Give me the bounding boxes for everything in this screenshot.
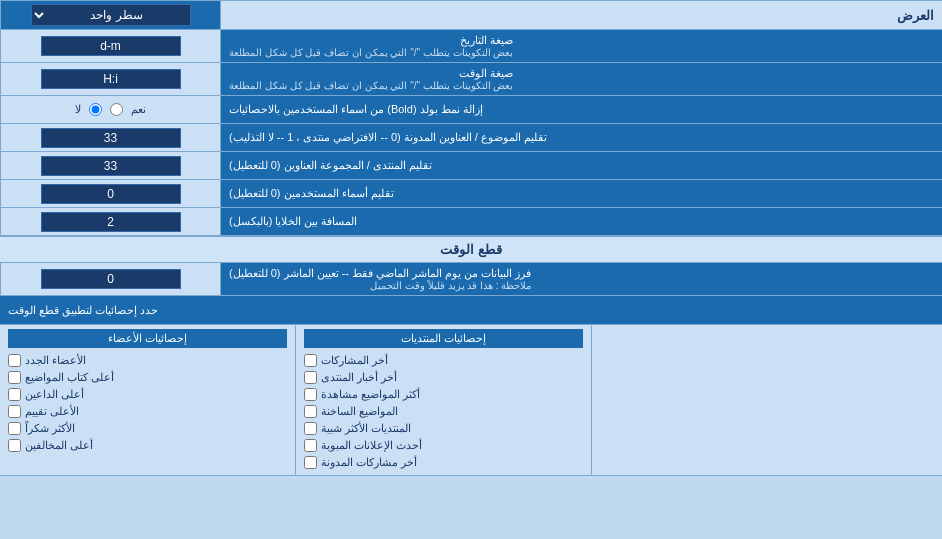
col2-header: إحصائيات المنتديات bbox=[304, 329, 583, 348]
forum-titles-input-cell bbox=[0, 152, 220, 179]
time-format-row: صيغة الوقت بعض التكوينات يتطلب "/" التي … bbox=[0, 63, 942, 96]
bold-remove-label: إزالة نمط بولد (Bold) من اسماء المستخدمي… bbox=[220, 96, 942, 123]
lines-dropdown[interactable]: سطر واحد bbox=[31, 4, 191, 26]
checkbox-top-violators[interactable] bbox=[8, 439, 21, 452]
subject-titles-input[interactable] bbox=[41, 128, 181, 148]
bold-radio-group: نعم لا bbox=[67, 103, 154, 116]
bold-remove-row: إزالة نمط بولد (Bold) من اسماء المستخدمي… bbox=[0, 96, 942, 124]
date-format-input[interactable] bbox=[41, 36, 181, 56]
usernames-row: تقليم أسماء المستخدمين (0 للتعطيل) bbox=[0, 180, 942, 208]
checkbox-item: أخر أخبار المنتدى bbox=[304, 369, 583, 386]
date-format-label: صيغة التاريخ بعض التكوينات يتطلب "/" الت… bbox=[220, 30, 942, 62]
checkbox-top-inviters[interactable] bbox=[8, 388, 21, 401]
subject-titles-label: تقليم الموضوع / العناوين المدونة (0 -- ا… bbox=[220, 124, 942, 151]
checkbox-item: أعلى الداعين bbox=[8, 386, 287, 403]
cell-spacing-row: المسافة بين الخلايا (بالبكسل) bbox=[0, 208, 942, 236]
limit-label: حدد إحصائيات لتطبيق قطع الوقت bbox=[0, 296, 942, 324]
forum-titles-input[interactable] bbox=[41, 156, 181, 176]
date-format-row: صيغة التاريخ بعض التكوينات يتطلب "/" الت… bbox=[0, 30, 942, 63]
checkbox-item: أخر مشاركات المدونة bbox=[304, 454, 583, 471]
checkbox-forum-news[interactable] bbox=[304, 371, 317, 384]
radio-no[interactable] bbox=[89, 103, 102, 116]
checkbox-item: الأكثر شكراً bbox=[8, 420, 287, 437]
checkbox-item: الأعضاء الجدد bbox=[8, 352, 287, 369]
checkbox-most-thanked[interactable] bbox=[8, 422, 21, 435]
time-format-input-cell bbox=[0, 63, 220, 95]
limit-row: حدد إحصائيات لتطبيق قطع الوقت bbox=[0, 296, 942, 325]
radio-yes[interactable] bbox=[110, 103, 123, 116]
usernames-input[interactable] bbox=[41, 184, 181, 204]
cell-spacing-input[interactable] bbox=[41, 212, 181, 232]
cutoff-row: فرز البيانات من يوم الماشر الماضي فقط --… bbox=[0, 263, 942, 296]
checkbox-most-viewed[interactable] bbox=[304, 388, 317, 401]
checkbox-blog-posts[interactable] bbox=[304, 456, 317, 469]
date-format-input-cell bbox=[0, 30, 220, 62]
forum-titles-row: تقليم المنتدى / المجموعة العناوين (0 للت… bbox=[0, 152, 942, 180]
cutoff-label: فرز البيانات من يوم الماشر الماضي فقط --… bbox=[220, 263, 942, 295]
checkbox-item: أعلى المخالفين bbox=[8, 437, 287, 454]
cell-spacing-input-cell bbox=[0, 208, 220, 235]
bold-remove-input-cell: نعم لا bbox=[0, 96, 220, 123]
time-format-input[interactable] bbox=[41, 69, 181, 89]
checkbox-item: أعلى كتاب المواضيع bbox=[8, 369, 287, 386]
cutoff-input-cell bbox=[0, 263, 220, 295]
radio-yes-label: نعم bbox=[131, 103, 146, 116]
col1-header: إحصائيات الأعضاء bbox=[8, 329, 287, 348]
subject-titles-row: تقليم الموضوع / العناوين المدونة (0 -- ا… bbox=[0, 124, 942, 152]
cutoff-section-header: قطع الوقت bbox=[0, 236, 942, 263]
subject-titles-input-cell bbox=[0, 124, 220, 151]
checkboxes-col-empty bbox=[591, 325, 943, 475]
checkbox-popular-forums[interactable] bbox=[304, 422, 317, 435]
checkboxes-col-members: إحصائيات الأعضاء الأعضاء الجدد أعلى كتاب… bbox=[0, 325, 295, 475]
checkbox-highest-rated[interactable] bbox=[8, 405, 21, 418]
dropdown-cell[interactable]: سطر واحد bbox=[0, 1, 220, 29]
checkboxes-section: إحصائيات المنتديات أخر المشاركات أخر أخب… bbox=[0, 325, 942, 476]
cell-spacing-label: المسافة بين الخلايا (بالبكسل) bbox=[220, 208, 942, 235]
checkbox-item: أحدث الإعلانات المبوبة bbox=[304, 437, 583, 454]
checkbox-top-posters[interactable] bbox=[8, 371, 21, 384]
checkbox-item: الأعلى تقييم bbox=[8, 403, 287, 420]
cutoff-input[interactable] bbox=[41, 269, 181, 289]
usernames-input-cell bbox=[0, 180, 220, 207]
checkbox-new-members[interactable] bbox=[8, 354, 21, 367]
time-format-label: صيغة الوقت بعض التكوينات يتطلب "/" التي … bbox=[220, 63, 942, 95]
checkbox-item: المواضيع الساخنة bbox=[304, 403, 583, 420]
title-row: العرض سطر واحد bbox=[0, 0, 942, 30]
radio-no-label: لا bbox=[75, 103, 81, 116]
checkbox-item: أكثر المواضيع مشاهدة bbox=[304, 386, 583, 403]
checkbox-item: أخر المشاركات bbox=[304, 352, 583, 369]
forum-titles-label: تقليم المنتدى / المجموعة العناوين (0 للت… bbox=[220, 152, 942, 179]
checkbox-hot-topics[interactable] bbox=[304, 405, 317, 418]
section-title: العرض bbox=[220, 1, 942, 29]
checkbox-last-posts[interactable] bbox=[304, 354, 317, 367]
usernames-label: تقليم أسماء المستخدمين (0 للتعطيل) bbox=[220, 180, 942, 207]
checkbox-latest-ads[interactable] bbox=[304, 439, 317, 452]
main-container: العرض سطر واحد صيغة التاريخ بعض التكوينا… bbox=[0, 0, 942, 476]
checkbox-item: المنتديات الأكثر شبية bbox=[304, 420, 583, 437]
checkboxes-col-forums: إحصائيات المنتديات أخر المشاركات أخر أخب… bbox=[295, 325, 591, 475]
